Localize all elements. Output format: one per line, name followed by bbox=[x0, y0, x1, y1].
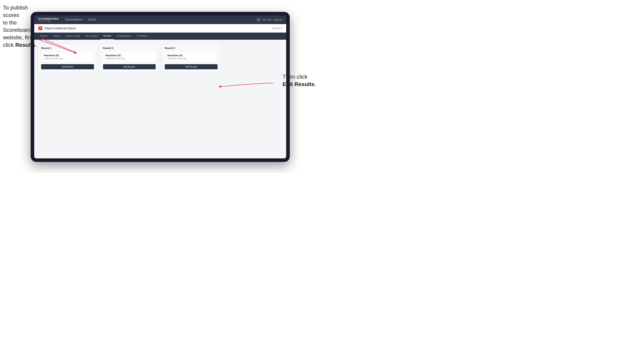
tournament-name: Clippd Invitational (Open) bbox=[44, 27, 76, 30]
tournament-header: C Clippd Invitational (Open) Cancel ✕ bbox=[34, 24, 286, 33]
nav-links: TOURNAMENTS TEAMS bbox=[65, 17, 256, 22]
round-3-course-details: Gold (M) (7010 yds) bbox=[167, 57, 215, 60]
round-1-course-name: Peachtree GC bbox=[44, 54, 92, 57]
round-3-course-name: Peachtree GC bbox=[167, 54, 215, 57]
instruction-left: To publish scores to the Scoreboard webs… bbox=[3, 4, 42, 49]
tournament-title-area: C Clippd Invitational (Open) bbox=[38, 26, 76, 30]
tab-leaderboards[interactable]: Leaderboards bbox=[114, 33, 134, 40]
round-2-card: Round 2 Peachtree GC Gold (M) (7010 yds)… bbox=[100, 44, 159, 72]
nav-tournaments[interactable]: TOURNAMENTS bbox=[65, 17, 83, 22]
round-2-course-name: Peachtree GC bbox=[106, 54, 153, 57]
tab-teams[interactable]: Teams bbox=[50, 33, 63, 40]
tab-course-setup[interactable]: Course Setup bbox=[63, 33, 83, 40]
instruction-right: Then click Edit Results. bbox=[282, 73, 316, 88]
tab-tee-groups[interactable]: Tee Groups bbox=[83, 33, 100, 40]
round-3-edit-results-button[interactable]: Edit Results bbox=[165, 64, 218, 69]
instruction-right-bold: Edit Results bbox=[282, 81, 314, 87]
tab-printables[interactable]: Printables bbox=[134, 33, 150, 40]
round-1-course-card: Peachtree GC Gold (M) (7010 yds) bbox=[41, 52, 94, 62]
round-2-title: Round 2 bbox=[103, 47, 156, 50]
sign-out-link[interactable]: Sign out bbox=[274, 18, 282, 21]
instruction-right-line1: Then click bbox=[282, 74, 307, 80]
round-3-card: Round 3 Peachtree GC Gold (M) (7010 yds)… bbox=[162, 44, 220, 72]
round-1-title: Round 1 bbox=[41, 47, 94, 50]
round-1-card: Round 1 Peachtree GC Gold (M) (7010 yds)… bbox=[38, 44, 97, 72]
tab-bar: Details Teams Course Setup Tee Groups Re… bbox=[34, 33, 286, 40]
empty-column bbox=[224, 44, 282, 72]
round-2-edit-results-button[interactable]: Edit Results bbox=[103, 64, 156, 69]
nav-teams[interactable]: TEAMS bbox=[88, 17, 96, 22]
rounds-grid: Round 1 Peachtree GC Gold (M) (7010 yds)… bbox=[38, 44, 282, 72]
user-name: Test User | bbox=[262, 18, 272, 21]
top-nav: SCOREBOARD Powered by clippd TOURNAMENTS… bbox=[34, 15, 286, 24]
tablet-device: SCOREBOARD Powered by clippd TOURNAMENTS… bbox=[31, 12, 290, 162]
round-1-edit-results-button[interactable]: Edit Results bbox=[41, 64, 94, 69]
round-3-title: Round 3 bbox=[165, 47, 218, 50]
tab-results[interactable]: Results bbox=[100, 33, 114, 40]
instruction-bold: Results bbox=[15, 42, 35, 48]
user-avatar: U bbox=[256, 17, 261, 22]
round-2-course-details: Gold (M) (7010 yds) bbox=[106, 57, 153, 60]
tablet-screen: SCOREBOARD Powered by clippd TOURNAMENTS… bbox=[34, 15, 286, 158]
instruction-left-text: To publish scores to the Scoreboard webs… bbox=[3, 4, 37, 48]
cancel-button[interactable]: Cancel ✕ bbox=[272, 27, 282, 30]
round-1-course-details: Gold (M) (7010 yds) bbox=[44, 57, 92, 60]
round-3-course-card: Peachtree GC Gold (M) (7010 yds) bbox=[165, 52, 218, 62]
nav-user-area: U Test User | Sign out bbox=[256, 17, 282, 22]
round-2-course-card: Peachtree GC Gold (M) (7010 yds) bbox=[103, 52, 156, 62]
main-content: Round 1 Peachtree GC Gold (M) (7010 yds)… bbox=[34, 40, 286, 158]
